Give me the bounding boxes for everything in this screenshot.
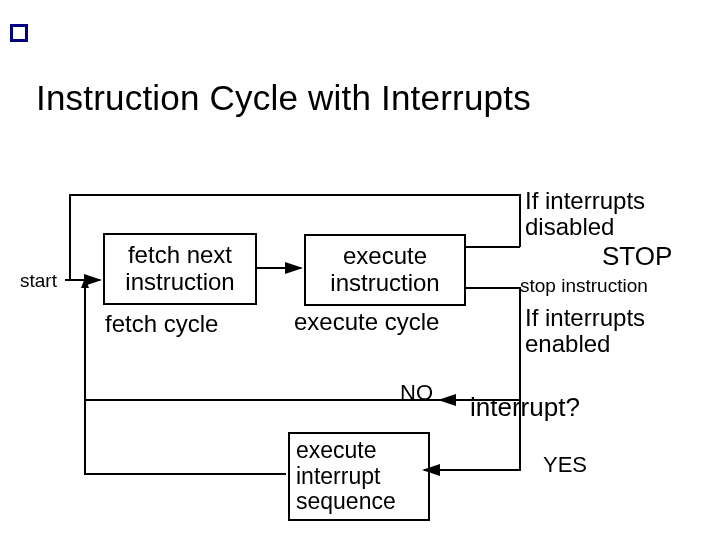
stop-instruction-label: stop instruction <box>520 275 648 297</box>
stop-label: STOP <box>602 241 672 272</box>
no-label: NO <box>400 380 433 406</box>
execute-cycle-label: execute cycle <box>294 308 439 336</box>
interrupt-question-label: interrupt? <box>470 392 580 423</box>
svg-marker-7 <box>81 278 89 288</box>
if-interrupts-disabled-label: If interrupts disabled <box>525 188 645 241</box>
slide-title: Instruction Cycle with Interrupts <box>36 78 531 118</box>
start-label: start <box>20 270 57 292</box>
title-bullet-icon <box>10 24 28 42</box>
execute-interrupt-sequence-box: execute interrupt sequence <box>288 432 430 521</box>
fetch-cycle-label: fetch cycle <box>105 310 218 338</box>
slide: Instruction Cycle with Interrupts start … <box>0 0 720 540</box>
if-interrupts-enabled-label: If interrupts enabled <box>525 305 645 358</box>
yes-label: YES <box>543 452 587 478</box>
execute-instruction-box: execute instruction <box>304 234 466 306</box>
fetch-instruction-box: fetch next instruction <box>103 233 257 305</box>
